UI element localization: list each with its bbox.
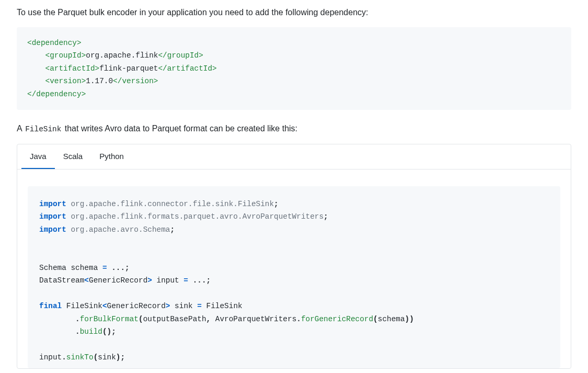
tab-java[interactable]: Java bbox=[21, 144, 55, 169]
java-punct: ); bbox=[116, 353, 125, 361]
java-text: DataStream bbox=[39, 276, 84, 285]
xml-tag: </version> bbox=[113, 77, 158, 85]
java-punct: . bbox=[296, 315, 301, 323]
java-punct: ; bbox=[274, 200, 279, 208]
filesink-paragraph: A FileSink that writes Avro data to Parq… bbox=[17, 122, 571, 135]
java-punct: . bbox=[75, 327, 80, 336]
java-punct: . bbox=[62, 353, 66, 361]
java-op: < bbox=[102, 302, 107, 310]
tab-body-java: import org.apache.flink.connector.file.s… bbox=[17, 169, 571, 368]
inline-code: FileSink bbox=[24, 125, 62, 134]
java-text: FileSink bbox=[202, 302, 243, 310]
java-op: = bbox=[183, 276, 188, 285]
xml-text: flink-parquet bbox=[99, 64, 158, 73]
java-method: sinkTo bbox=[66, 353, 94, 361]
java-method: build bbox=[80, 327, 102, 336]
xml-tag: <version> bbox=[45, 77, 86, 85]
java-text: sink bbox=[170, 302, 197, 310]
java-keyword: import bbox=[39, 200, 66, 208]
java-keyword: final bbox=[39, 302, 62, 310]
java-package: org.apache.avro.Schema bbox=[71, 225, 170, 234]
dependency-code-block: <dependency> <groupId>org.apache.flink</… bbox=[17, 27, 571, 110]
xml-tag: <dependency> bbox=[27, 39, 82, 47]
java-method: forBulkFormat bbox=[80, 315, 139, 323]
xml-text: org.apache.flink bbox=[86, 51, 158, 60]
java-text: sink bbox=[98, 353, 116, 361]
xml-text: 1.17.0 bbox=[86, 77, 113, 85]
tab-scala[interactable]: Scala bbox=[55, 144, 91, 169]
java-punct: ; bbox=[170, 225, 175, 234]
text-fragment: that writes Avro data to Parquet format … bbox=[62, 124, 297, 133]
xml-tag: </groupId> bbox=[158, 51, 203, 60]
text-fragment: A bbox=[17, 124, 24, 133]
java-keyword: import bbox=[39, 225, 66, 234]
java-op: = bbox=[102, 264, 107, 272]
java-punct: . bbox=[75, 315, 80, 323]
java-punct: , bbox=[206, 315, 211, 323]
java-op: = bbox=[197, 302, 202, 310]
xml-tag: <groupId> bbox=[45, 51, 86, 60]
java-text: outputBasePath bbox=[143, 315, 206, 323]
java-punct: ( bbox=[139, 315, 143, 323]
xml-tag: </dependency> bbox=[27, 90, 86, 98]
java-punct: )) bbox=[405, 315, 414, 323]
java-text: schema bbox=[378, 315, 405, 323]
intro-paragraph: To use the Parquet bulk encoder in your … bbox=[17, 6, 571, 19]
java-text: Schema schema bbox=[39, 264, 102, 272]
java-op: > bbox=[147, 276, 152, 285]
java-punct: ( bbox=[373, 315, 378, 323]
java-text: AvroParquetWriters bbox=[211, 315, 296, 323]
java-method: forGenericRecord bbox=[301, 315, 373, 323]
java-punct: ; bbox=[324, 212, 328, 221]
java-package: org.apache.flink.formats.parquet.avro.Av… bbox=[71, 212, 324, 221]
java-text: FileSink bbox=[62, 302, 102, 310]
java-keyword: import bbox=[39, 212, 66, 221]
tab-bar: Java Scala Python bbox=[17, 144, 571, 169]
java-text: input bbox=[39, 353, 62, 361]
tab-python[interactable]: Python bbox=[91, 144, 132, 169]
java-op: < bbox=[84, 276, 89, 285]
java-punct: ...; bbox=[107, 264, 130, 272]
xml-tag: </artifactId> bbox=[158, 64, 216, 73]
code-tabs-card: Java Scala Python import org.apache.flin… bbox=[17, 144, 571, 369]
xml-tag: <artifactId> bbox=[45, 64, 100, 73]
java-code-block: import org.apache.flink.connector.file.s… bbox=[28, 186, 560, 368]
java-text: GenericRecord bbox=[107, 302, 166, 310]
java-package: org.apache.flink.connector.file.sink.Fil… bbox=[71, 200, 274, 208]
java-punct: (); bbox=[102, 327, 116, 336]
java-text: input bbox=[152, 276, 183, 285]
java-punct: ( bbox=[94, 353, 98, 361]
java-text: GenericRecord bbox=[89, 276, 147, 285]
java-punct: ...; bbox=[188, 276, 211, 285]
